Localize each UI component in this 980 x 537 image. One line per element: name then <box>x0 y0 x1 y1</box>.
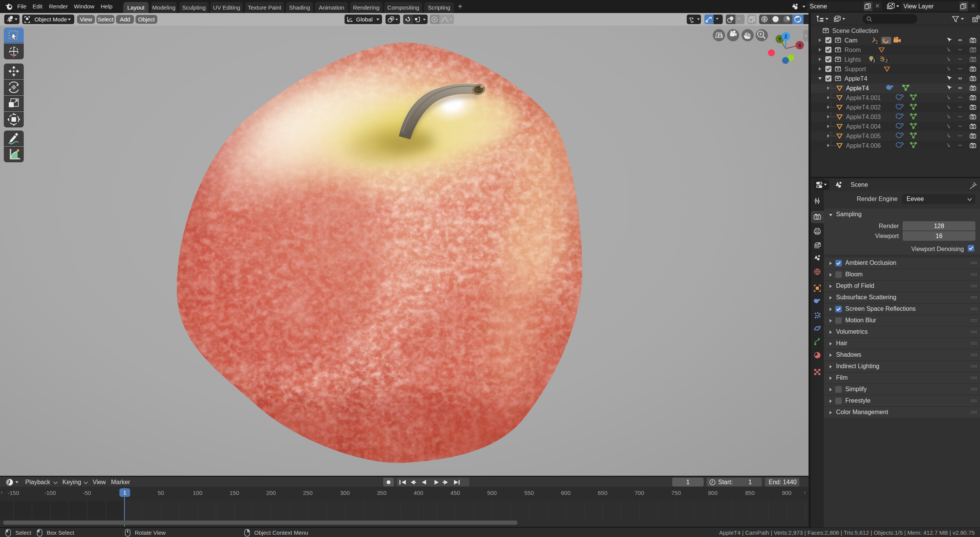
svg-text:2: 2 <box>885 59 888 63</box>
svg-text:3: 3 <box>873 59 875 63</box>
svg-text:Z: Z <box>784 34 787 39</box>
svg-text:2: 2 <box>875 40 878 44</box>
svg-text:Y: Y <box>778 37 781 42</box>
svg-text:X: X <box>798 43 801 48</box>
